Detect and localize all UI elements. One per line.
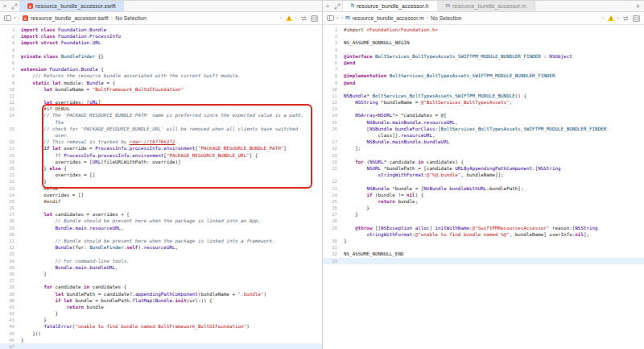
previous-issue-chevron[interactable]: ‹ — [280, 15, 283, 22]
code-line[interactable]: 23 #else — [0, 185, 322, 192]
code-line[interactable]: 7extension Foundation.Bundle { — [0, 66, 322, 73]
code-line[interactable]: 4 — [323, 47, 644, 53]
code-line[interactable]: 1#import <Foundation/Foundation.h> — [323, 27, 644, 33]
close-split-icon[interactable]: × — [0, 1, 10, 11]
tab-resource-bundle-accessor-m[interactable]: m resource_bundle_accessor.m — [438, 1, 535, 11]
right-code-editor[interactable]: 1#import <Foundation/Foundation.h>23NS_A… — [323, 25, 644, 349]
code-line[interactable]: 13 #if DEBUG — [0, 106, 322, 112]
warning-icon[interactable] — [286, 15, 292, 21]
code-line[interactable]: 11 — [0, 93, 322, 99]
code-line[interactable]: 26 — [0, 205, 322, 211]
code-line[interactable]: 47 — [0, 343, 322, 349]
code-line[interactable]: 7 — [323, 66, 644, 73]
warning-icon[interactable] — [608, 15, 614, 21]
code-line[interactable]: 18 ?? ProcessInfo.processInfo.environmen… — [0, 152, 322, 159]
code-line[interactable]: 35 Bundle.main.bundleURL, — [0, 264, 322, 271]
code-line[interactable]: 27 } — [323, 211, 644, 218]
related-items-icon[interactable] — [4, 15, 11, 21]
enlarge-split-icon[interactable] — [10, 1, 19, 11]
code-line[interactable]: 42 } — [0, 310, 322, 317]
back-button[interactable]: ‹ — [336, 15, 339, 22]
next-issue-chevron[interactable]: › — [617, 15, 620, 22]
code-line[interactable]: 16 [NSBundle bundleForClass:[BoltService… — [323, 126, 644, 132]
code-line[interactable]: 28 // Bundle should be present here when… — [0, 218, 322, 224]
code-line[interactable]: The — [0, 119, 322, 126]
code-line[interactable]: 6 — [0, 60, 322, 66]
code-line[interactable]: 46} — [0, 337, 322, 343]
code-line[interactable]: 17 NSBundle.mainBundle.bundleURL — [323, 139, 644, 145]
enlarge-split-icon[interactable] — [332, 1, 342, 11]
code-line[interactable]: 19 overrides = [URL(fileURLWithPath: ove… — [0, 159, 322, 165]
code-line[interactable]: 14 NSArray<NSURL*> *candidates = @[ — [323, 112, 644, 118]
breadcrumb-file-name[interactable]: resource_bundle_accessor.swift — [31, 15, 109, 21]
code-line[interactable]: 2 — [323, 33, 644, 39]
minimap-icon[interactable] — [633, 15, 640, 22]
code-line[interactable]: 33 — [323, 258, 644, 264]
back-button[interactable]: ‹ — [14, 15, 16, 22]
code-line[interactable]: 13 — [323, 106, 644, 112]
code-line[interactable]: 39 let bundlePath = candidate?.appending… — [0, 291, 322, 297]
code-line[interactable]: 10 — [323, 86, 644, 93]
code-line[interactable]: 28 — [323, 218, 644, 224]
code-line[interactable]: 5private class BundleFinder {} — [0, 53, 322, 60]
code-line[interactable]: 21 overrides = [] — [0, 172, 322, 178]
code-review-icon[interactable] — [622, 15, 630, 22]
code-line[interactable]: 17 if let override = ProcessInfo.process… — [0, 145, 322, 152]
code-line[interactable]: 19 — [323, 152, 644, 159]
minimap-icon[interactable] — [311, 15, 318, 22]
code-line[interactable]: 3import struct Foundation.URL — [0, 39, 322, 46]
code-line[interactable]: 8 /// Returns the resource bundle associ… — [0, 73, 322, 79]
code-line[interactable]: 25 return bundle; — [323, 198, 644, 205]
code-line[interactable]: 8@implementation BoltServices_BoltTypesA… — [323, 73, 644, 79]
code-line[interactable]: 43 } — [0, 317, 322, 323]
tab-resource-bundle-accessor-h[interactable]: h resource_bundle_accessor.h — [342, 1, 438, 11]
code-line[interactable]: 25 #endif — [0, 198, 322, 205]
tab-resource-bundle-accessor-swift[interactable]: s resource_bundle_accessor.swift — [19, 1, 124, 11]
code-line[interactable]: 22 — [323, 178, 644, 185]
code-line[interactable]: 27 let candidates = overrides + [ — [0, 211, 322, 218]
code-line[interactable]: 23 NSBundle *bundle = [NSBundle bundleWi… — [323, 185, 644, 192]
code-review-icon[interactable] — [300, 15, 308, 22]
code-line[interactable]: 5@interface BoltServices_BoltTypesAssets… — [323, 53, 644, 60]
code-line[interactable]: 2import class Foundation.ProcessInfo — [0, 33, 322, 39]
code-line[interactable]: 40 if let bundle = bundlePath.flatMap(Bu… — [0, 297, 322, 304]
code-line[interactable]: 12 let overrides: [URL] — [0, 99, 322, 106]
code-line[interactable]: 29 @throw [[NSException alloc] initWithN… — [323, 225, 644, 231]
code-line[interactable]: 9@end — [323, 80, 644, 86]
next-issue-chevron[interactable]: › — [295, 15, 298, 22]
code-line[interactable]: 24 overrides = [] — [0, 192, 322, 198]
code-line[interactable]: 15 // check for 'PACKAGE_RESOURCE_BUNDLE… — [0, 126, 322, 132]
related-items-icon[interactable] — [327, 15, 334, 21]
code-line[interactable]: 16 // This removal is tracked by rdar://… — [0, 139, 322, 145]
code-line[interactable]: 31 — [323, 244, 644, 251]
breadcrumb-selection[interactable]: No Selection — [115, 15, 147, 21]
code-line[interactable]: 22 } — [0, 178, 322, 185]
code-line[interactable]: 3NS_ASSUME_NONNULL_BEGIN — [323, 39, 644, 46]
code-line[interactable]: 44 fatalError("unable to find bundle nam… — [0, 323, 322, 330]
code-line[interactable]: 15 NSBundle.mainBundle.resourceURL, — [323, 119, 644, 126]
forward-button[interactable]: › — [19, 15, 21, 22]
code-line[interactable]: 26 } — [323, 205, 644, 211]
code-line[interactable]: 30} — [323, 238, 644, 244]
breadcrumb-file-name[interactable]: resource_bundle_accessor.m — [353, 15, 424, 21]
code-line[interactable]: 30 — [0, 231, 322, 238]
code-line[interactable]: 21 NSURL *bundlePath = [candidate URLByA… — [323, 165, 644, 172]
code-line[interactable]: 6@end — [323, 60, 644, 66]
code-line[interactable]: 41 return bundle — [0, 304, 322, 310]
code-line[interactable]: 34 // For command-line tools. — [0, 258, 322, 264]
code-line[interactable]: 20 } else { — [0, 165, 322, 172]
code-line[interactable]: class]].resourceURL, — [323, 132, 644, 139]
forward-button[interactable]: › — [341, 15, 344, 22]
code-line[interactable]: 32 Bundle(for: BundleFinder.self).resour… — [0, 244, 322, 251]
code-line[interactable]: 4 — [0, 47, 322, 53]
code-line[interactable]: 36 ] — [0, 271, 322, 277]
code-line[interactable]: 18 ]; — [323, 145, 644, 152]
code-line[interactable]: 33 — [0, 251, 322, 257]
add-tab-icon[interactable]: + — [632, 1, 644, 11]
code-line[interactable]: 24 if (bundle != nil) { — [323, 192, 644, 198]
code-line[interactable]: stringWithFormat:@"unable to find bundle… — [323, 231, 644, 238]
code-line[interactable]: 9 static let module: Bundle = { — [0, 80, 322, 86]
code-line[interactable]: 1import class Foundation.Bundle — [0, 27, 322, 33]
code-line[interactable]: 31 // Bundle should be present here when… — [0, 238, 322, 244]
code-line[interactable]: stringWithFormat:@"%@.bundle", bundleNam… — [323, 172, 644, 178]
